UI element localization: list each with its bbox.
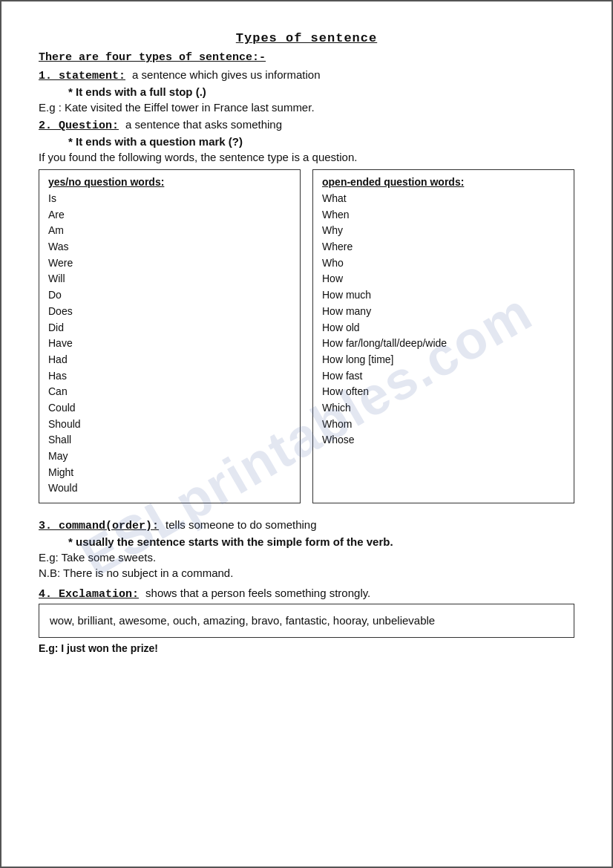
list-item: Whom <box>322 417 565 433</box>
list-item: When <box>322 207 565 223</box>
yes-no-table-title: yes/no question words: <box>48 176 291 188</box>
list-item: How old <box>322 320 565 336</box>
section-3-desc: tells someone to do something <box>165 518 316 531</box>
list-item: Does <box>48 304 291 320</box>
list-item: What <box>322 191 565 207</box>
section-3-nb: N.B: There is no subject in a command. <box>39 567 574 579</box>
list-item: Are <box>48 207 291 223</box>
section-4-heading: 4. Exclamation: shows that a person feel… <box>39 587 574 601</box>
list-item: Should <box>48 417 291 433</box>
tables-row: yes/no question words: Is Are Am Was Wer… <box>39 169 574 503</box>
list-item: How far/long/tall/deep/wide <box>322 336 565 352</box>
section-1-heading: 1. statement: a sentence which gives us … <box>39 68 574 82</box>
list-item: How often <box>322 384 565 400</box>
section-3: 3. command(order): tells someone to do s… <box>39 518 574 579</box>
list-item: Had <box>48 352 291 368</box>
list-item: Am <box>48 223 291 239</box>
list-item: Would <box>48 480 291 497</box>
section-4-example: E.g: I just won the prize! <box>39 642 574 654</box>
list-item: Can <box>48 384 291 400</box>
list-item: Were <box>48 255 291 272</box>
list-item: Could <box>48 400 291 417</box>
section-3-note: * usually the sentence starts with the s… <box>68 535 574 548</box>
section-1-note: * It ends with a full stop (.) <box>68 85 574 98</box>
list-item: How many <box>322 304 565 320</box>
open-ended-table: open-ended question words: What When Why… <box>312 169 574 503</box>
section-1-label: 1. statement: <box>39 70 125 82</box>
list-item: How <box>322 271 565 287</box>
list-item: Is <box>48 191 291 207</box>
section-3-example1: E.g: Take some sweets. <box>39 551 574 564</box>
section-3-label: 3. command(order): <box>39 520 159 532</box>
question-intro: If you found the following words, the se… <box>39 151 574 163</box>
list-item: Shall <box>48 432 291 448</box>
yes-no-word-list: Is Are Am Was Were Will Do Does Did Have… <box>48 191 291 497</box>
open-ended-word-list: What When Why Where Who How How much How… <box>322 191 565 448</box>
section-4: 4. Exclamation: shows that a person feel… <box>39 587 574 654</box>
subtitle: There are four types of sentence:- <box>39 51 574 64</box>
list-item: How much <box>322 287 565 304</box>
list-item: Do <box>48 287 291 304</box>
yes-no-table: yes/no question words: Is Are Am Was Wer… <box>39 169 301 503</box>
section-3-heading: 3. command(order): tells someone to do s… <box>39 518 574 532</box>
list-item: How fast <box>322 368 565 385</box>
list-item: Might <box>48 465 291 481</box>
page: ESLprintables.com Types of sentence Ther… <box>0 0 613 868</box>
section-1-example: E.g : Kate visited the Eiffel tower in F… <box>39 101 574 114</box>
list-item: Where <box>322 239 565 255</box>
list-item: Which <box>322 400 565 417</box>
list-item: Who <box>322 255 565 272</box>
list-item: Will <box>48 271 291 287</box>
section-4-label: 4. Exclamation: <box>39 588 139 601</box>
list-item: Was <box>48 239 291 255</box>
section-2-heading: 2. Question: a sentence that asks someth… <box>39 118 574 132</box>
list-item: Whose <box>322 432 565 448</box>
list-item: How long [time] <box>322 352 565 368</box>
open-ended-table-title: open-ended question words: <box>322 176 565 188</box>
section-2-desc: a sentence that asks something <box>125 118 282 131</box>
section-2-note: * It ends with a question mark (?) <box>68 135 574 148</box>
section-4-desc: shows that a person feels something stro… <box>145 587 370 599</box>
list-item: Have <box>48 336 291 352</box>
list-item: Has <box>48 368 291 385</box>
page-title: Types of sentence <box>39 31 574 45</box>
list-item: May <box>48 448 291 465</box>
list-item: Did <box>48 320 291 336</box>
section-2-label: 2. Question: <box>39 120 119 132</box>
list-item: Why <box>322 223 565 239</box>
exclamation-box: wow, brilliant, awesome, ouch, amazing, … <box>39 604 574 638</box>
section-1-desc: a sentence which gives us information <box>132 68 320 81</box>
